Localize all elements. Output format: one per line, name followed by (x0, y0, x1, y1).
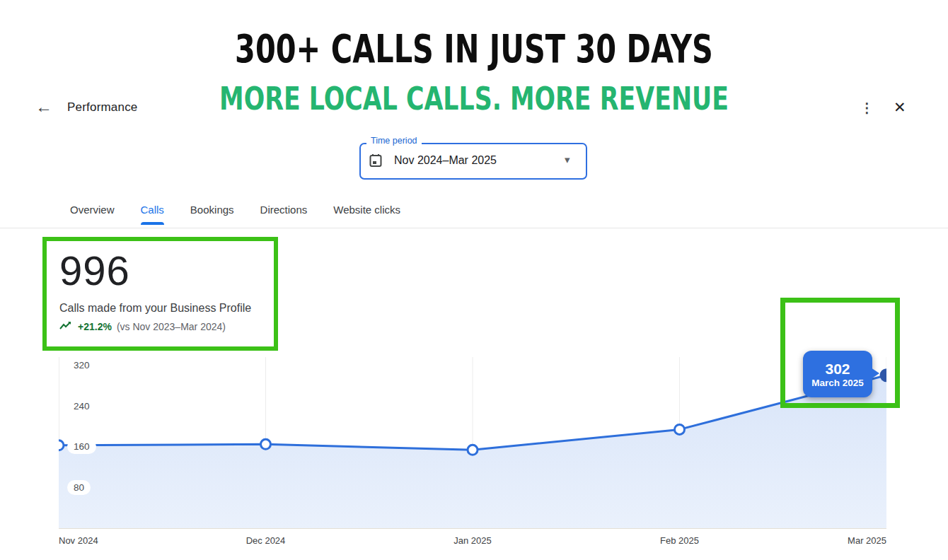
calls-chart[interactable] (59, 357, 886, 529)
y-tick-label: 240 (67, 399, 96, 414)
metric-description: Calls made from your Business Profile (59, 302, 251, 315)
data-point (261, 439, 271, 449)
x-tick-label: Dec 2024 (246, 535, 286, 546)
headline-subtitle: MORE LOCAL CALLS. MORE REVENUE (100, 81, 849, 117)
x-axis-labels: Nov 2024Dec 2024Jan 2025Feb 2025Mar 2025 (59, 535, 886, 549)
tabs-divider (0, 228, 948, 228)
metric-trend-row: +21.2% (vs Nov 2023–Mar 2024) (59, 320, 226, 333)
calendar-icon (369, 153, 382, 170)
data-point (468, 445, 478, 455)
time-period-label: Time period (366, 136, 422, 146)
kebab-menu-icon[interactable]: ⋮ (860, 100, 874, 116)
chart-tooltip: 302 March 2025 (803, 351, 872, 397)
tooltip-label: March 2025 (811, 378, 864, 388)
tab-calls[interactable]: Calls (141, 204, 164, 225)
data-point (675, 424, 685, 434)
tab-bookings[interactable]: Bookings (190, 204, 234, 225)
trend-up-icon (59, 320, 73, 333)
x-tick-label: Jan 2025 (453, 535, 492, 546)
x-tick-label: Feb 2025 (660, 535, 699, 546)
tabs: OverviewCallsBookingsDirectionsWebsite c… (70, 204, 400, 225)
calls-chart-svg[interactable] (59, 357, 886, 529)
close-icon[interactable]: ✕ (894, 99, 906, 116)
headline-title: 300+ CALLS IN JUST 30 DAYS (123, 25, 825, 71)
metric-value: 996 (59, 247, 130, 294)
dropdown-caret-icon[interactable]: ▾ (565, 153, 570, 166)
x-tick-label: Mar 2025 (848, 535, 886, 546)
y-tick-label: 320 (67, 358, 96, 373)
tab-directions[interactable]: Directions (260, 204, 308, 225)
tab-overview[interactable]: Overview (70, 204, 115, 225)
data-point (59, 441, 64, 450)
tooltip-value: 302 (825, 360, 850, 378)
tab-website-clicks[interactable]: Website clicks (333, 204, 400, 225)
y-tick-label: 160 (67, 439, 96, 454)
time-period-value: Nov 2024–Mar 2025 (394, 154, 497, 167)
page-title: Performance (67, 100, 138, 115)
y-tick-label: 80 (67, 480, 91, 495)
back-arrow-icon[interactable]: ← (35, 98, 52, 115)
tooltip-pointer (871, 368, 879, 379)
x-tick-label: Nov 2024 (59, 535, 98, 546)
metric-comparison: (vs Nov 2023–Mar 2024) (117, 321, 226, 332)
metric-delta: +21.2% (78, 321, 112, 332)
